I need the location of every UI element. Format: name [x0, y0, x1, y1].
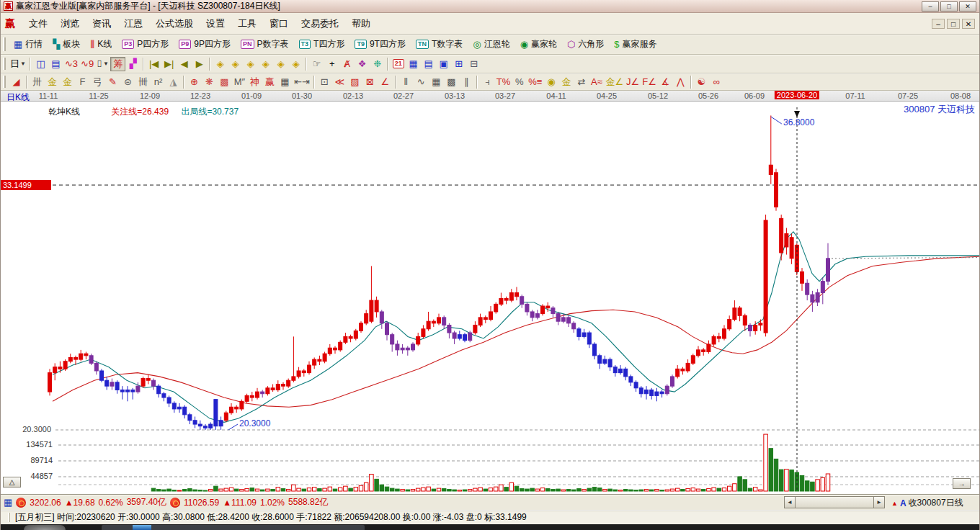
chouma-icon[interactable]: 筹 [110, 57, 125, 71]
taskbar-app-icon[interactable] [133, 525, 151, 530]
golden-section-h-icon[interactable]: 金 [60, 75, 75, 89]
fibonacci-icon[interactable]: F [75, 75, 90, 89]
market-quotes-button[interactable]: ▦行情 [9, 37, 48, 52]
t-percent-icon[interactable]: T% [495, 75, 512, 89]
dark-grid-icon[interactable]: ▦ [429, 75, 444, 89]
hexagon-button[interactable]: ⬡六角形 [562, 37, 609, 52]
golden-section-v-icon[interactable]: 金 [45, 75, 60, 89]
gann-diamond-h-icon[interactable]: ◈ [243, 57, 258, 71]
info-panel-icon[interactable]: ▤ [48, 57, 63, 71]
menu-item-2[interactable]: 资讯 [86, 15, 117, 32]
gann-diamond-in-icon[interactable]: ◈ [258, 57, 273, 71]
mdi-minimize-button[interactable]: – [932, 19, 945, 29]
menu-item-6[interactable]: 工具 [231, 15, 263, 32]
draw-arrow-icon[interactable]: ◢ [9, 75, 24, 89]
gann-diamond-right-icon[interactable]: ◈ [228, 57, 243, 71]
wave-mark-icon[interactable]: M″ [232, 75, 247, 89]
menu-item-3[interactable]: 江恩 [117, 15, 149, 32]
gann-diamond-all-icon[interactable]: ◈ [288, 57, 303, 71]
menu-item-5[interactable]: 设置 [200, 15, 231, 32]
f-angle-icon[interactable]: F∠ [641, 75, 658, 89]
gold-angle-icon[interactable]: 金∠ [604, 75, 625, 89]
first-page-icon[interactable]: |◀ [146, 57, 161, 71]
p-square-button[interactable]: P3P四方形 [117, 37, 174, 52]
scroll-left-button[interactable]: ◄ [784, 496, 796, 508]
wave-a-icon[interactable]: A≈ [589, 75, 604, 89]
t-square-button[interactable]: T3T四方形 [294, 37, 350, 52]
yinyang-icon[interactable]: ☯ [694, 75, 709, 89]
maximize-button[interactable]: □ [940, 1, 958, 12]
candle-style-dropdown[interactable]: ⌷▼ [95, 57, 110, 71]
crosshair-icon[interactable]: + [324, 57, 339, 71]
menu-item-0[interactable]: 文件 [22, 15, 54, 32]
n-square-icon[interactable]: n² [151, 75, 166, 89]
9p-square-button[interactable]: P99P四方形 [174, 37, 236, 52]
volume-expand-button[interactable]: △ [3, 477, 21, 488]
chart-9-icon[interactable]: ∿9 [79, 57, 95, 71]
hand-tool-icon[interactable]: ☞ [309, 57, 324, 71]
menu-item-1[interactable]: 浏览 [54, 15, 86, 32]
calendar-21-icon[interactable]: 21 [391, 57, 406, 71]
advance-angle-icon[interactable]: ⋀ [673, 75, 688, 89]
next-bar-icon[interactable]: ▶ [192, 57, 207, 71]
close-button[interactable]: ✕ [959, 1, 976, 12]
chart-h-scrollbar[interactable]: ◄ ► [784, 496, 885, 508]
gann-diamond-v-icon[interactable]: ◈ [273, 57, 288, 71]
angle-rays-icon[interactable]: ∠ [378, 75, 393, 89]
winner-service-button[interactable]: $赢家服务 [609, 37, 662, 52]
draw-text-icon[interactable]: Ⱥ [339, 57, 355, 71]
kline-button[interactable]: ⫼K线 [85, 37, 117, 52]
grid-lines-icon[interactable]: 卌 [135, 75, 151, 89]
percent-lines-icon[interactable]: %≡ [527, 75, 543, 89]
wave-icon[interactable]: ∿ [414, 75, 429, 89]
ratio-icon[interactable]: ⫞ [480, 75, 495, 89]
menu-item-8[interactable]: 交易委托 [295, 15, 345, 32]
gold-circle-icon[interactable]: ◉ [543, 75, 558, 89]
rays-fan-icon[interactable]: ≪ [332, 75, 347, 89]
box-cross-icon[interactable]: ⊠ [362, 75, 378, 89]
last-page-icon[interactable]: ▶| [161, 57, 177, 71]
shenzhen-index-icon[interactable] [170, 498, 180, 508]
p-table-button[interactable]: PNP数字表 [236, 37, 294, 52]
scrollbar-thumb[interactable] [796, 496, 873, 508]
gann-wheel-button[interactable]: ◎江恩轮 [468, 37, 514, 52]
shanghai-index-icon[interactable] [16, 498, 26, 508]
gann-diamond-left-icon[interactable]: ◈ [213, 57, 228, 71]
menu-item-9[interactable]: 帮助 [345, 15, 377, 32]
width-measure-icon[interactable]: ⇤⇥ [293, 75, 311, 89]
save-icon[interactable]: ▣ [436, 57, 451, 71]
j-angle-icon[interactable]: J∠ [625, 75, 641, 89]
target-icon[interactable]: ⊕ [187, 75, 202, 89]
sectors-button[interactable]: ▚板块 [48, 37, 85, 52]
magic-tool-icon[interactable]: ❖ [355, 57, 370, 71]
9t-square-button[interactable]: T99T四方形 [349, 37, 411, 52]
spiral-icon[interactable]: 弓 [90, 75, 105, 89]
chart-3-icon[interactable]: ∿3 [63, 57, 79, 71]
percent-icon[interactable]: % [512, 75, 527, 89]
t-table-button[interactable]: TNT数字表 [411, 37, 468, 52]
mdi-restore-button[interactable]: □ [947, 19, 960, 29]
period-day-dropdown[interactable]: 日▼ [9, 57, 27, 71]
gann-grid-icon[interactable]: 卅 [30, 75, 45, 89]
menu-item-4[interactable]: 公式选股 [149, 15, 200, 32]
notes-icon[interactable]: ▤ [421, 57, 436, 71]
angle-a-icon[interactable]: ◮ [166, 75, 181, 89]
mdi-close-button[interactable]: ✕ [962, 19, 975, 29]
pencil-icon[interactable]: ✎ [105, 75, 120, 89]
compare-lines-icon[interactable]: ⫴ [398, 75, 414, 89]
start-orb[interactable] [24, 525, 66, 530]
export-icon[interactable]: ⊞ [451, 57, 466, 71]
quote-grid-icon[interactable]: ▦ [4, 497, 12, 508]
ying-tool-icon[interactable]: 赢 [262, 75, 277, 89]
grid-123-icon[interactable]: ▦ [277, 75, 293, 89]
cycle-circle-icon[interactable]: ⊜ [120, 75, 135, 89]
box-rays-icon[interactable]: ▨ [347, 75, 362, 89]
calculator-icon[interactable]: ▦ [406, 57, 421, 71]
minimize-button[interactable]: – [922, 1, 939, 12]
hatch-icon[interactable]: ∥ [459, 75, 474, 89]
box-select-icon[interactable]: ⊡ [317, 75, 332, 89]
scroll-right-button[interactable]: ► [873, 496, 885, 508]
speed-angle-icon[interactable]: ∡ [658, 75, 673, 89]
drag-a-icon[interactable]: ⇄ [574, 75, 589, 89]
prev-bar-icon[interactable]: ◀ [177, 57, 192, 71]
